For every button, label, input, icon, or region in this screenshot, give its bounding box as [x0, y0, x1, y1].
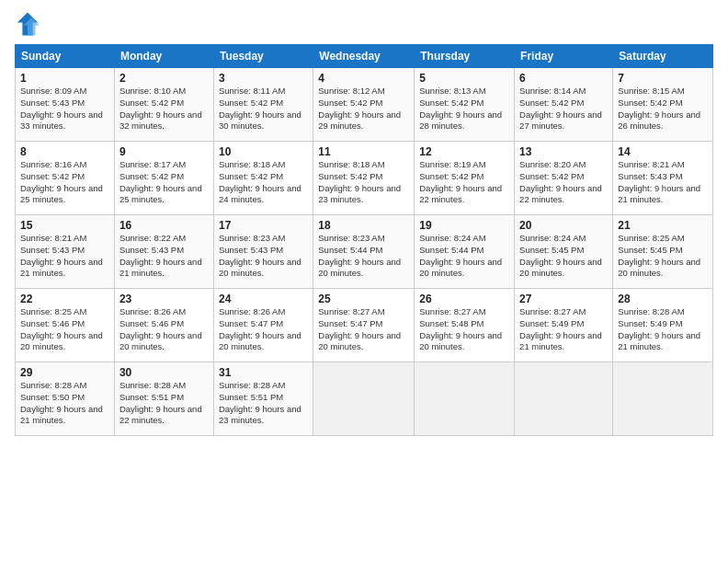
day-info: Sunrise: 8:13 AMSunset: 5:42 PMDaylight:… [419, 86, 509, 132]
logo-icon [15, 11, 40, 37]
week-row-1: 1Sunrise: 8:09 AMSunset: 5:43 PMDaylight… [16, 68, 713, 142]
calendar-cell: 14Sunrise: 8:21 AMSunset: 5:43 PMDayligh… [613, 142, 713, 215]
day-number: 25 [318, 293, 409, 305]
day-info: Sunrise: 8:25 AMSunset: 5:46 PMDaylight:… [20, 306, 109, 353]
calendar-cell: 22Sunrise: 8:25 AMSunset: 5:46 PMDayligh… [16, 289, 115, 362]
day-number: 12 [419, 145, 509, 158]
day-info: Sunrise: 8:21 AMSunset: 5:43 PMDaylight:… [618, 159, 708, 206]
day-info: Sunrise: 8:20 AMSunset: 5:42 PMDaylight:… [519, 159, 608, 206]
day-number: 19 [419, 219, 509, 232]
calendar-cell: 21Sunrise: 8:25 AMSunset: 5:45 PMDayligh… [613, 215, 713, 289]
day-number: 18 [318, 219, 409, 232]
weekday-header-thursday: Thursday [415, 45, 515, 68]
calendar-cell: 17Sunrise: 8:23 AMSunset: 5:43 PMDayligh… [213, 215, 313, 289]
calendar-cell: 15Sunrise: 8:21 AMSunset: 5:43 PMDayligh… [16, 215, 115, 289]
day-info: Sunrise: 8:28 AMSunset: 5:51 PMDaylight:… [219, 380, 308, 427]
week-row-4: 22Sunrise: 8:25 AMSunset: 5:46 PMDayligh… [16, 289, 713, 362]
day-number: 2 [119, 72, 209, 85]
header [15, 11, 713, 37]
day-number: 17 [219, 219, 308, 232]
day-info: Sunrise: 8:25 AMSunset: 5:45 PMDaylight:… [618, 233, 708, 280]
calendar-cell: 12Sunrise: 8:19 AMSunset: 5:42 PMDayligh… [415, 142, 515, 215]
calendar-cell [515, 362, 613, 436]
day-number: 6 [519, 72, 608, 85]
calendar-cell: 16Sunrise: 8:22 AMSunset: 5:43 PMDayligh… [114, 215, 213, 289]
day-number: 26 [419, 293, 509, 305]
day-number: 10 [219, 145, 308, 158]
day-number: 5 [419, 72, 509, 85]
weekday-header-monday: Monday [114, 45, 213, 68]
weekday-header-friday: Friday [515, 45, 613, 68]
day-number: 14 [618, 145, 708, 158]
calendar-cell: 2Sunrise: 8:10 AMSunset: 5:42 PMDaylight… [114, 68, 213, 142]
day-number: 9 [119, 145, 209, 158]
day-number: 31 [219, 366, 308, 379]
day-info: Sunrise: 8:21 AMSunset: 5:43 PMDaylight:… [20, 233, 109, 280]
calendar-cell [313, 362, 415, 436]
calendar-cell [415, 362, 515, 436]
day-number: 21 [618, 219, 708, 232]
day-number: 15 [20, 219, 109, 232]
day-info: Sunrise: 8:27 AMSunset: 5:49 PMDaylight:… [519, 306, 608, 353]
weekday-header-tuesday: Tuesday [213, 45, 313, 68]
calendar-cell: 8Sunrise: 8:16 AMSunset: 5:42 PMDaylight… [16, 142, 115, 215]
day-number: 29 [20, 366, 109, 379]
day-info: Sunrise: 8:14 AMSunset: 5:42 PMDaylight:… [519, 86, 608, 132]
day-info: Sunrise: 8:28 AMSunset: 5:50 PMDaylight:… [20, 380, 109, 427]
day-number: 27 [519, 293, 608, 305]
day-info: Sunrise: 8:28 AMSunset: 5:49 PMDaylight:… [618, 306, 708, 353]
calendar-cell: 10Sunrise: 8:18 AMSunset: 5:42 PMDayligh… [213, 142, 313, 215]
day-info: Sunrise: 8:22 AMSunset: 5:43 PMDaylight:… [119, 233, 209, 280]
weekday-header-sunday: Sunday [16, 45, 115, 68]
day-info: Sunrise: 8:24 AMSunset: 5:44 PMDaylight:… [419, 233, 509, 280]
calendar-cell: 24Sunrise: 8:26 AMSunset: 5:47 PMDayligh… [213, 289, 313, 362]
day-number: 1 [20, 72, 109, 85]
week-row-3: 15Sunrise: 8:21 AMSunset: 5:43 PMDayligh… [16, 215, 713, 289]
calendar-cell: 9Sunrise: 8:17 AMSunset: 5:42 PMDaylight… [114, 142, 213, 215]
calendar-cell: 20Sunrise: 8:24 AMSunset: 5:45 PMDayligh… [515, 215, 613, 289]
day-info: Sunrise: 8:16 AMSunset: 5:42 PMDaylight:… [20, 159, 109, 206]
weekday-header-saturday: Saturday [613, 45, 713, 68]
calendar-cell: 31Sunrise: 8:28 AMSunset: 5:51 PMDayligh… [213, 362, 313, 436]
day-number: 22 [20, 293, 109, 305]
calendar-cell: 23Sunrise: 8:26 AMSunset: 5:46 PMDayligh… [114, 289, 213, 362]
day-number: 23 [119, 293, 209, 305]
calendar-cell: 13Sunrise: 8:20 AMSunset: 5:42 PMDayligh… [515, 142, 613, 215]
calendar-cell: 6Sunrise: 8:14 AMSunset: 5:42 PMDaylight… [515, 68, 613, 142]
day-number: 20 [519, 219, 608, 232]
day-info: Sunrise: 8:10 AMSunset: 5:42 PMDaylight:… [119, 86, 209, 132]
day-info: Sunrise: 8:18 AMSunset: 5:42 PMDaylight:… [318, 159, 409, 206]
day-number: 8 [20, 145, 109, 158]
weekday-header-wednesday: Wednesday [313, 45, 415, 68]
day-info: Sunrise: 8:11 AMSunset: 5:42 PMDaylight:… [219, 86, 308, 132]
day-info: Sunrise: 8:23 AMSunset: 5:44 PMDaylight:… [318, 233, 409, 280]
calendar-cell: 1Sunrise: 8:09 AMSunset: 5:43 PMDaylight… [16, 68, 115, 142]
weekday-header-row: SundayMondayTuesdayWednesdayThursdayFrid… [16, 45, 713, 68]
day-number: 30 [119, 366, 209, 379]
calendar-cell: 7Sunrise: 8:15 AMSunset: 5:42 PMDaylight… [613, 68, 713, 142]
week-row-2: 8Sunrise: 8:16 AMSunset: 5:42 PMDaylight… [16, 142, 713, 215]
day-number: 3 [219, 72, 308, 85]
day-info: Sunrise: 8:17 AMSunset: 5:42 PMDaylight:… [119, 159, 209, 206]
day-info: Sunrise: 8:15 AMSunset: 5:42 PMDaylight:… [618, 86, 708, 132]
calendar-cell: 3Sunrise: 8:11 AMSunset: 5:42 PMDaylight… [213, 68, 313, 142]
day-info: Sunrise: 8:23 AMSunset: 5:43 PMDaylight:… [219, 233, 308, 280]
calendar-cell: 5Sunrise: 8:13 AMSunset: 5:42 PMDaylight… [415, 68, 515, 142]
day-info: Sunrise: 8:27 AMSunset: 5:48 PMDaylight:… [419, 306, 509, 353]
calendar-cell: 4Sunrise: 8:12 AMSunset: 5:42 PMDaylight… [313, 68, 415, 142]
calendar-cell [613, 362, 713, 436]
day-info: Sunrise: 8:09 AMSunset: 5:43 PMDaylight:… [20, 86, 109, 132]
calendar-cell: 26Sunrise: 8:27 AMSunset: 5:48 PMDayligh… [415, 289, 515, 362]
calendar-cell: 27Sunrise: 8:27 AMSunset: 5:49 PMDayligh… [515, 289, 613, 362]
calendar-cell: 19Sunrise: 8:24 AMSunset: 5:44 PMDayligh… [415, 215, 515, 289]
calendar-cell: 28Sunrise: 8:28 AMSunset: 5:49 PMDayligh… [613, 289, 713, 362]
day-info: Sunrise: 8:12 AMSunset: 5:42 PMDaylight:… [318, 86, 409, 132]
day-number: 7 [618, 72, 708, 85]
day-info: Sunrise: 8:28 AMSunset: 5:51 PMDaylight:… [119, 380, 209, 427]
day-info: Sunrise: 8:26 AMSunset: 5:46 PMDaylight:… [119, 306, 209, 353]
calendar: SundayMondayTuesdayWednesdayThursdayFrid… [15, 44, 713, 436]
logo [15, 11, 44, 37]
day-number: 4 [318, 72, 409, 85]
calendar-cell: 29Sunrise: 8:28 AMSunset: 5:50 PMDayligh… [16, 362, 115, 436]
day-info: Sunrise: 8:27 AMSunset: 5:47 PMDaylight:… [318, 306, 409, 353]
